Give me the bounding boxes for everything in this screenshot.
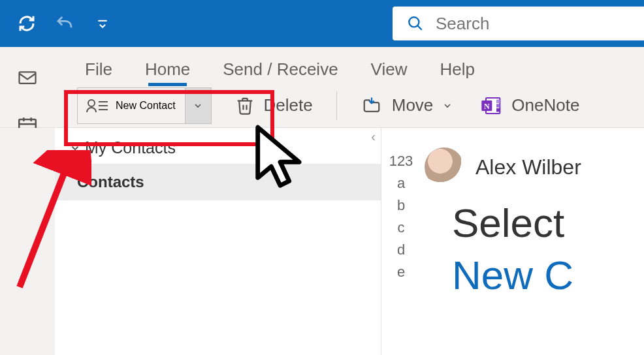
- undo-icon[interactable]: [55, 14, 74, 33]
- search-input[interactable]: [436, 14, 630, 34]
- move-label: Move: [392, 95, 434, 116]
- collapse-pane-icon[interactable]: ‹: [371, 129, 376, 144]
- tab-home[interactable]: Home: [145, 59, 190, 84]
- tab-view[interactable]: View: [371, 59, 408, 84]
- az-123[interactable]: 123: [381, 150, 421, 172]
- svg-rect-8: [496, 99, 500, 102]
- delete-button[interactable]: Delete: [231, 91, 317, 120]
- group-my-contacts[interactable]: My Contacts: [55, 132, 381, 164]
- folder-pane: ‹ My Contacts Contacts: [55, 128, 381, 355]
- avatar: [425, 147, 464, 187]
- onenote-icon: N: [480, 95, 502, 116]
- new-contact-dropdown[interactable]: [185, 88, 211, 123]
- svg-rect-10: [496, 108, 500, 112]
- search-box[interactable]: [393, 7, 644, 40]
- ribbon-tabs: File Home Send / Receive View Help: [0, 47, 644, 84]
- tooltip-line1: Select: [452, 200, 564, 246]
- svg-rect-13: [20, 72, 36, 84]
- chevron-down-icon: [442, 100, 453, 111]
- az-d[interactable]: d: [381, 239, 421, 261]
- svg-point-3: [88, 100, 95, 106]
- trash-icon: [235, 95, 255, 116]
- folder-move-icon: [361, 96, 383, 116]
- folder-contacts[interactable]: Contacts: [55, 164, 381, 200]
- az-c[interactable]: c: [381, 217, 421, 239]
- svg-line-2: [417, 25, 421, 29]
- search-icon: [407, 15, 424, 32]
- contact-card[interactable]: Alex Wilber: [421, 147, 644, 187]
- az-e[interactable]: e: [381, 261, 421, 283]
- onenote-label: OneNote: [511, 95, 579, 116]
- az-a[interactable]: a: [381, 172, 421, 194]
- svg-rect-9: [496, 104, 500, 107]
- svg-text:N: N: [484, 102, 490, 111]
- ribbon: New Contact Delete Move: [0, 84, 644, 128]
- tab-help[interactable]: Help: [440, 59, 474, 84]
- content-pane: 123 a b c d e Alex Wilber Select New C: [381, 128, 644, 355]
- alpha-index: 123 a b c d e: [381, 128, 421, 355]
- tab-send-receive[interactable]: Send / Receive: [223, 59, 338, 84]
- move-button[interactable]: Move: [357, 91, 457, 119]
- ribbon-divider: [336, 91, 337, 120]
- tooltip-line2: New C: [452, 252, 573, 298]
- rail-mail[interactable]: [0, 54, 55, 102]
- contact-name: Alex Wilber: [475, 155, 581, 179]
- onenote-button[interactable]: N OneNote: [476, 91, 583, 120]
- svg-point-1: [409, 17, 419, 27]
- tab-file[interactable]: File: [85, 59, 112, 84]
- az-b[interactable]: b: [381, 194, 421, 217]
- delete-label: Delete: [264, 95, 313, 116]
- customize-dropdown-icon[interactable]: [93, 14, 112, 33]
- new-contact-icon: [86, 96, 109, 116]
- group-label: My Contacts: [85, 138, 176, 157]
- sync-icon[interactable]: [17, 14, 37, 33]
- new-contact-button[interactable]: New Contact: [77, 87, 212, 124]
- chevron-down-icon: [69, 142, 81, 154]
- title-bar: [0, 0, 644, 47]
- new-contact-label: New Contact: [116, 100, 176, 112]
